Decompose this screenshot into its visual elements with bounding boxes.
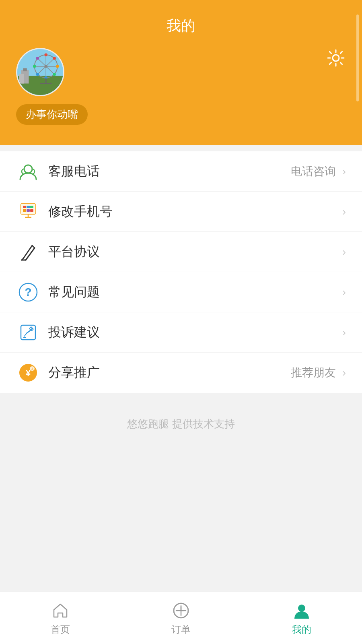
settings-button[interactable] (326, 48, 346, 68)
agreement-icon (16, 240, 40, 264)
svg-rect-25 (23, 206, 26, 208)
page-title: 我的 (16, 16, 346, 36)
change-phone-label: 修改手机号 (48, 203, 342, 221)
svg-point-12 (36, 57, 39, 60)
mine-tab-icon (292, 601, 312, 621)
menu-section: 客服电话 电话咨询 › (0, 151, 362, 393)
svg-point-10 (33, 65, 36, 68)
svg-rect-30 (30, 209, 33, 212)
menu-item-faq[interactable]: ? 常见问题 › (0, 272, 362, 312)
menu-item-complaint[interactable]: 投诉建议 › (0, 312, 362, 353)
svg-point-22 (24, 165, 32, 173)
svg-line-42 (24, 333, 27, 336)
agreement-label: 平台协议 (48, 243, 342, 261)
svg-rect-20 (19, 74, 24, 84)
svg-rect-24 (21, 204, 35, 214)
tab-home-label: 首页 (51, 623, 70, 636)
tab-home[interactable]: 首页 (0, 601, 121, 636)
chevron-icon-2: › (342, 205, 346, 218)
svg-rect-29 (27, 209, 30, 212)
complaint-icon (16, 320, 40, 345)
svg-text:人: 人 (30, 367, 34, 371)
svg-point-56 (298, 605, 305, 612)
svg-rect-27 (30, 206, 33, 208)
menu-item-customer-service[interactable]: 客服电话 电话咨询 › (0, 151, 362, 192)
tab-mine[interactable]: 我的 (241, 601, 362, 636)
svg-point-8 (44, 53, 47, 56)
avatar[interactable] (16, 48, 64, 96)
tab-orders[interactable]: 订单 (121, 601, 241, 636)
menu-item-agreement[interactable]: 平台协议 › (0, 232, 362, 272)
svg-point-11 (56, 65, 59, 68)
support-text: 悠悠跑腿 提供技术支持 (0, 393, 362, 455)
faq-label: 常见问题 (48, 283, 342, 301)
tab-orders-label: 订单 (171, 623, 191, 636)
profile-row: 办事你动嘴 (16, 48, 346, 125)
phone-icon (16, 200, 40, 224)
faq-icon: ? (16, 280, 40, 304)
tab-mine-label: 我的 (292, 623, 311, 636)
header-section: 我的 (0, 0, 362, 145)
svg-rect-28 (23, 209, 26, 212)
customer-service-sub: 电话咨询 (291, 164, 336, 179)
share-label: 分享推广 (48, 364, 291, 382)
chevron-icon-3: › (342, 246, 346, 258)
orders-tab-icon (171, 601, 191, 621)
svg-rect-19 (23, 68, 27, 72)
scrollbar (356, 14, 359, 101)
nickname-badge: 办事你动嘴 (16, 104, 88, 125)
svg-point-15 (53, 73, 56, 76)
menu-item-share[interactable]: ¥ 人 分享推广 推荐朋友 › (0, 353, 362, 393)
svg-point-14 (36, 73, 39, 76)
home-tab-icon (50, 601, 70, 621)
customer-service-label: 客服电话 (48, 163, 291, 180)
chevron-icon-5: › (342, 326, 346, 339)
svg-point-13 (53, 57, 56, 60)
chevron-icon-6: › (342, 366, 346, 379)
complaint-label: 投诉建议 (48, 324, 342, 341)
svg-text:?: ? (25, 286, 31, 298)
tab-bar: 首页 订单 我的 (0, 592, 362, 644)
svg-line-38 (25, 247, 33, 259)
chevron-icon-4: › (342, 286, 346, 299)
menu-item-change-phone[interactable]: 修改手机号 › (0, 192, 362, 232)
avatar-area: 办事你动嘴 (16, 48, 88, 125)
svg-point-21 (333, 55, 339, 61)
share-sub: 推荐朋友 (291, 365, 336, 380)
customer-service-icon (16, 159, 40, 184)
svg-rect-26 (27, 206, 30, 208)
share-icon: ¥ 人 (16, 361, 40, 385)
chevron-icon: › (342, 165, 346, 178)
